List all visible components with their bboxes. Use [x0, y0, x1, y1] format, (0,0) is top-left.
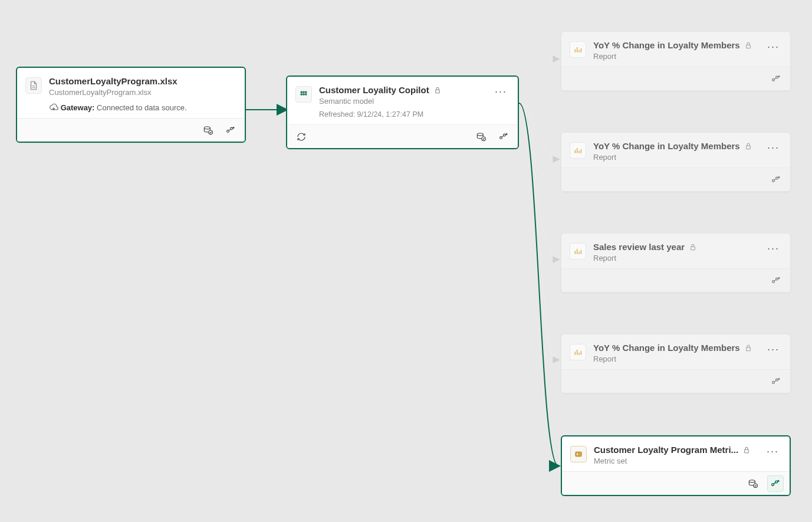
svg-point-14	[504, 134, 506, 136]
model-refreshed: Refreshed: 9/12/24, 1:27:47 PM	[319, 110, 485, 119]
svg-point-23	[776, 278, 778, 280]
metricset-icon	[570, 446, 587, 462]
model-settings-icon[interactable]	[473, 129, 489, 145]
report-icon	[570, 41, 586, 58]
output-title: YoY % Change in Loyalty Members	[593, 343, 740, 353]
card-semantic-model[interactable]: Customer Loyality Copilot Semantic model…	[286, 75, 519, 149]
output-title: Sales review last year	[593, 242, 685, 252]
svg-point-26	[776, 379, 778, 381]
lock-icon	[742, 445, 751, 455]
svg-point-33	[775, 481, 778, 483]
svg-point-13	[500, 136, 502, 139]
svg-rect-15	[746, 45, 750, 48]
svg-point-5	[303, 91, 304, 93]
gateway-status-line: Gateway: Connected to data source.	[49, 103, 236, 112]
output-more-button[interactable]: ···	[765, 242, 782, 255]
report-icon	[570, 142, 586, 159]
svg-rect-29	[745, 449, 749, 452]
svg-rect-18	[746, 146, 750, 149]
model-more-button[interactable]: ···	[492, 85, 509, 98]
svg-rect-21	[691, 247, 695, 249]
svg-point-8	[303, 94, 304, 95]
svg-rect-27	[576, 452, 582, 457]
svg-point-3	[231, 127, 233, 130]
card-output-0[interactable]: YoY % Change in Loyalty Members Report ·…	[561, 31, 791, 91]
model-lineage-icon[interactable]	[495, 129, 512, 145]
svg-rect-28	[577, 453, 578, 455]
lock-icon	[744, 142, 753, 151]
file-icon	[25, 77, 42, 94]
svg-point-4	[301, 91, 302, 93]
svg-point-9	[305, 94, 307, 95]
output-title: YoY % Change in Loyalty Members	[593, 40, 740, 50]
svg-point-22	[772, 280, 775, 283]
output-subtitle: Metric set	[594, 457, 757, 465]
datasource-settings-icon[interactable]	[200, 122, 216, 139]
model-subtitle: Semantic model	[319, 97, 485, 106]
report-icon	[570, 243, 586, 260]
card-output-4[interactable]: Customer Loyalty Program Metri... Metric…	[561, 435, 791, 496]
output-lineage-icon[interactable]	[768, 172, 784, 188]
output-more-button[interactable]: ···	[765, 343, 782, 356]
output-subtitle: Report	[593, 354, 758, 363]
datasource-subtitle: CustomerLoyaltyProgram.xlsx	[49, 88, 236, 97]
output-lineage-icon[interactable]	[768, 373, 784, 390]
output-more-button[interactable]: ···	[764, 445, 781, 458]
output-title: Customer Loyalty Program Metri...	[594, 445, 738, 455]
lock-icon	[744, 343, 753, 353]
model-icon	[295, 86, 312, 103]
svg-point-17	[776, 76, 778, 78]
svg-point-6	[305, 91, 307, 93]
card-output-2[interactable]: Sales review last year Report ···	[561, 233, 791, 293]
lock-icon	[688, 242, 698, 252]
output-settings-icon[interactable]	[745, 475, 761, 492]
output-more-button[interactable]: ···	[765, 141, 782, 154]
lock-icon	[744, 41, 753, 50]
datasource-lineage-icon[interactable]	[222, 122, 239, 139]
svg-point-2	[227, 130, 229, 132]
svg-point-11	[477, 133, 483, 135]
refresh-button[interactable]	[293, 129, 310, 145]
model-title: Customer Loyality Copilot	[319, 85, 429, 95]
svg-point-25	[772, 381, 775, 383]
card-output-3[interactable]: YoY % Change in Loyalty Members Report ·…	[561, 334, 791, 393]
output-subtitle: Report	[593, 52, 758, 61]
svg-point-32	[772, 483, 774, 485]
svg-rect-10	[435, 90, 439, 93]
datasource-title: CustomerLoyaltyProgram.xlsx	[49, 76, 236, 86]
output-lineage-icon[interactable]	[767, 475, 784, 492]
svg-point-0	[204, 126, 210, 129]
card-datasource[interactable]: CustomerLoyaltyProgram.xlsx CustomerLoya…	[16, 67, 246, 143]
svg-point-16	[772, 78, 775, 81]
output-title: YoY % Change in Loyalty Members	[593, 141, 740, 151]
card-output-1[interactable]: YoY % Change in Loyalty Members Report ·…	[561, 132, 791, 192]
output-subtitle: Report	[593, 254, 758, 262]
output-more-button[interactable]: ···	[765, 40, 782, 53]
output-subtitle: Report	[593, 153, 758, 162]
svg-point-30	[749, 480, 755, 482]
lock-icon	[433, 86, 442, 95]
svg-point-19	[772, 179, 775, 182]
output-lineage-icon[interactable]	[768, 71, 784, 87]
output-lineage-icon[interactable]	[768, 273, 784, 289]
report-icon	[570, 344, 586, 360]
svg-point-7	[301, 94, 302, 95]
svg-point-20	[776, 177, 778, 179]
svg-rect-24	[746, 347, 750, 350]
